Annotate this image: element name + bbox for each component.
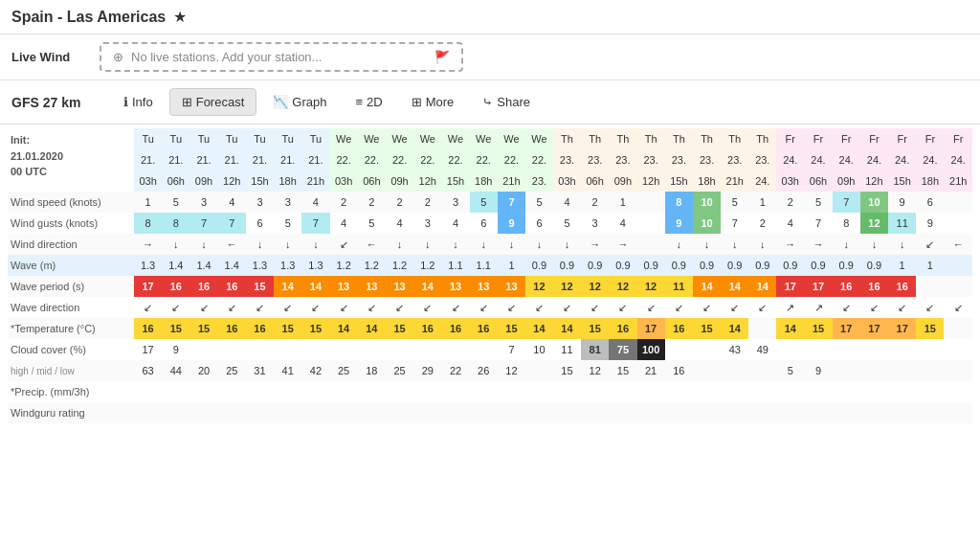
day-header: Th: [693, 128, 721, 149]
cloud-cover-row: Cloud cover (%) 17 9 7 10 11 81 75 100 4…: [8, 339, 972, 360]
day-header: Fr: [916, 128, 944, 149]
precip-row: *Precip. (mm/3h): [8, 381, 972, 402]
temperature-row: *Temperature (°C) 16 15 15 16 16 15 15 1…: [8, 318, 972, 339]
day-header: Tu: [189, 128, 217, 149]
day-header: Th: [748, 128, 776, 149]
wind-gusts-label: Wind gusts (knots): [8, 213, 134, 234]
more-icon: ⊞: [412, 95, 422, 109]
wave-direction-label: Wave direction: [8, 297, 134, 318]
tab-2d-label: 2D: [367, 95, 383, 109]
info-icon: ℹ: [123, 95, 128, 109]
wave-direction-row: Wave direction ↙ ↙ ↙ ↙ ↙ ↙ ↙ ↙ ↙ ↙ ↙ ↙ ↙…: [8, 297, 972, 318]
wind-gusts-row: Wind gusts (knots) 8 8 7 7 6 5 7 4 5 4 3…: [8, 213, 972, 234]
tab-2d[interactable]: ≡ 2D: [343, 88, 394, 116]
day-header: Fr: [833, 128, 860, 149]
add-station-button[interactable]: ⊕ No live stations. Add your station... …: [100, 42, 463, 72]
tab-more-label: More: [426, 95, 455, 109]
day-header: Tu: [301, 128, 329, 149]
day-header: Th: [665, 128, 693, 149]
day-header: We: [498, 128, 525, 149]
header-row-days: Init:21.01.202000 UTC Tu Tu Tu Tu Tu Tu …: [8, 128, 972, 149]
gfs-label: GFS 27 km: [11, 95, 107, 110]
day-header: We: [470, 128, 498, 149]
init-cell: Init:21.01.202000 UTC: [8, 128, 134, 192]
day-header: We: [386, 128, 413, 149]
header-row-hours: 03h 06h 09h 12h 15h 18h 21h 03h 06h 09h …: [8, 170, 972, 192]
favorite-icon[interactable]: ★: [173, 8, 187, 26]
wave-period-row: Wave period (s) 17 16 16 16 15 14 14 13 …: [8, 276, 972, 297]
day-header: Th: [553, 128, 581, 149]
day-header: Th: [609, 128, 636, 149]
page-title: Spain - Las Americas: [11, 9, 166, 26]
temperature-label: *Temperature (°C): [8, 318, 134, 339]
day-header: We: [330, 128, 358, 149]
tab-share[interactable]: ⤷ Share: [470, 88, 543, 116]
page-header: Spain - Las Americas ★: [0, 0, 980, 34]
day-header: Fr: [888, 128, 916, 149]
wind-speed-row: Wind speed (knots) 1 5 3 4 3 3 4 2 2 2 2…: [8, 192, 972, 213]
day-header: Tu: [218, 128, 246, 149]
live-wind-label: Live Wind: [11, 50, 88, 64]
wind-direction-row: Wind direction → ↓ ↓ ← ↓ ↓ ↓ ↙ ← ↓ ↓ ↓ ↓…: [8, 234, 972, 255]
forecast-icon: ⊞: [182, 95, 192, 109]
tab-graph-label: Graph: [292, 95, 326, 109]
forecast-table: Init:21.01.202000 UTC Tu Tu Tu Tu Tu Tu …: [8, 128, 972, 423]
day-header: Tu: [274, 128, 301, 149]
day-header: Th: [721, 128, 748, 149]
tab-info[interactable]: ℹ Info: [111, 88, 166, 116]
wave-period-label: Wave period (s): [8, 276, 134, 297]
day-header: We: [441, 128, 469, 149]
cloud-cover-label: Cloud cover (%): [8, 339, 134, 360]
day-header: Fr: [860, 128, 888, 149]
day-header: We: [358, 128, 386, 149]
graph-icon: 📉: [273, 95, 288, 109]
tab-more[interactable]: ⊞ More: [399, 88, 467, 116]
day-header: Tu: [246, 128, 274, 149]
tab-forecast[interactable]: ⊞ Forecast: [169, 88, 257, 116]
live-wind-bar: Live Wind ⊕ No live stations. Add your s…: [0, 34, 980, 80]
windguru-rating-row: Windguru rating: [8, 402, 972, 423]
tab-graph[interactable]: 📉 Graph: [260, 88, 339, 116]
share-icon: ⤷: [482, 95, 493, 109]
high-mid-low-label: high / mid / low: [8, 360, 134, 381]
day-header: We: [525, 128, 553, 149]
tab-info-label: Info: [132, 95, 153, 109]
precip-label: *Precip. (mm/3h): [8, 381, 134, 402]
forecast-table-wrap: Init:21.01.202000 UTC Tu Tu Tu Tu Tu Tu …: [0, 125, 980, 427]
windguru-rating-label: Windguru rating: [8, 402, 134, 423]
tabs-bar: GFS 27 km ℹ Info ⊞ Forecast 📉 Graph ≡ 2D…: [0, 80, 980, 125]
wind-direction-label: Wind direction: [8, 234, 134, 255]
tab-forecast-label: Forecast: [196, 95, 245, 109]
day-header: Fr: [776, 128, 804, 149]
day-header: Th: [581, 128, 609, 149]
add-station-placeholder: No live stations. Add your station...: [131, 50, 322, 64]
add-icon: ⊕: [113, 50, 123, 64]
header-row-dates: 21. 21. 21. 21. 21. 21. 21. 22. 22. 22. …: [8, 149, 972, 170]
day-header: Fr: [944, 128, 972, 149]
wave-label: Wave (m): [8, 255, 134, 276]
2d-icon: ≡: [355, 95, 363, 109]
wave-row: Wave (m) 1.3 1.4 1.4 1.4 1.3 1.3 1.3 1.2…: [8, 255, 972, 276]
wind-speed-label: Wind speed (knots): [8, 192, 134, 213]
high-mid-low-row: high / mid / low 63 44 20 25 31 41 42 25…: [8, 360, 972, 381]
day-header: Tu: [134, 128, 162, 149]
day-header: Fr: [804, 128, 832, 149]
day-header: Tu: [162, 128, 189, 149]
day-header: Th: [637, 128, 665, 149]
day-header: We: [413, 128, 441, 149]
wind-flag-icon: 🚩: [434, 50, 450, 64]
tab-share-label: Share: [497, 95, 530, 109]
